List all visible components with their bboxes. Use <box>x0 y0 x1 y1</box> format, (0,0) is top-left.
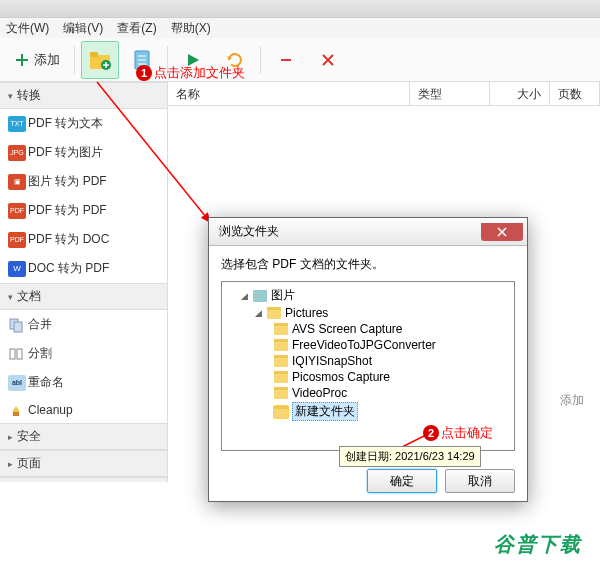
folder-add-icon <box>88 49 112 71</box>
tree-item[interactable]: IQIYISnapShot <box>226 353 510 369</box>
folder-icon <box>274 355 288 367</box>
pictures-lib-icon <box>253 290 267 302</box>
tree-item[interactable]: Picosmos Capture <box>226 369 510 385</box>
sidebar-item-merge[interactable]: 合并 <box>0 310 167 339</box>
minus-icon <box>278 52 294 68</box>
x-icon <box>320 52 336 68</box>
sidebar-item-split[interactable]: 分割 <box>0 339 167 368</box>
col-name[interactable]: 名称 <box>168 82 410 105</box>
col-type[interactable]: 类型 <box>410 82 490 105</box>
svg-rect-12 <box>10 349 15 359</box>
tree-item[interactable]: FreeVideoToJPGConverter <box>226 337 510 353</box>
folder-icon <box>274 323 288 335</box>
watermark: 谷普下载 <box>494 531 582 558</box>
sidebar-item-pdf-image[interactable]: JPGPDF 转为图片 <box>0 138 167 167</box>
dialog-close-button[interactable] <box>481 223 523 241</box>
plus-icon <box>14 52 30 68</box>
dialog-instruction: 选择包含 PDF 文档的文件夹。 <box>221 256 515 273</box>
sidebar: ▾转换 TXTPDF 转为文本 JPGPDF 转为图片 ▣图片 转为 PDF P… <box>0 82 168 482</box>
menu-help[interactable]: 帮助(X) <box>171 20 211 37</box>
column-headers: 名称 类型 大小 页数 <box>168 82 600 106</box>
close-icon <box>497 227 507 237</box>
folder-icon <box>274 339 288 351</box>
sidebar-item-pdf-doc[interactable]: PDFPDF 转为 DOC <box>0 225 167 254</box>
svg-rect-13 <box>17 349 22 359</box>
section-convert[interactable]: ▾转换 <box>0 82 167 109</box>
section-extract[interactable]: ▸提取 <box>0 477 167 482</box>
folder-icon <box>274 387 288 399</box>
cancel-button[interactable]: 取消 <box>445 469 515 493</box>
section-security[interactable]: ▸安全 <box>0 423 167 450</box>
svg-rect-11 <box>14 322 22 332</box>
col-pages[interactable]: 页数 <box>550 82 600 105</box>
add-button[interactable]: 添加 <box>6 41 68 79</box>
folder-icon <box>274 406 288 418</box>
tree-item-selected[interactable]: 新建文件夹 <box>226 401 510 422</box>
annotation-step1: 1点击添加文件夹 <box>136 64 245 82</box>
annotation-step2: 2点击确定 <box>423 424 493 442</box>
sidebar-item-pdf-pdf[interactable]: PDFPDF 转为 PDF <box>0 196 167 225</box>
window-titlebar <box>0 0 600 18</box>
folder-icon <box>274 371 288 383</box>
add-folder-button[interactable] <box>81 41 119 79</box>
col-size[interactable]: 大小 <box>490 82 550 105</box>
folder-icon <box>267 307 281 319</box>
separator <box>260 46 261 74</box>
svg-rect-1 <box>90 52 98 57</box>
toolbar: 添加 <box>0 38 600 82</box>
ok-button[interactable]: 确定 <box>367 469 437 493</box>
tree-item[interactable]: VideoProc <box>226 385 510 401</box>
step1-badge: 1 <box>136 65 152 81</box>
add-button-label: 添加 <box>34 51 60 69</box>
tree-item[interactable]: AVS Screen Capture <box>226 321 510 337</box>
menu-view[interactable]: 查看(Z) <box>117 20 156 37</box>
sidebar-item-image-pdf[interactable]: ▣图片 转为 PDF <box>0 167 167 196</box>
svg-rect-14 <box>13 412 19 416</box>
menu-file[interactable]: 文件(W) <box>6 20 49 37</box>
clear-button[interactable] <box>309 41 347 79</box>
dialog-titlebar[interactable]: 浏览文件夹 <box>209 218 527 246</box>
separator <box>74 46 75 74</box>
tooltip: 创建日期: 2021/6/23 14:29 <box>339 446 481 467</box>
dialog-title-text: 浏览文件夹 <box>219 223 279 240</box>
section-page[interactable]: ▸页面 <box>0 450 167 477</box>
sidebar-item-doc-pdf[interactable]: WDOC 转为 PDF <box>0 254 167 283</box>
tree-root[interactable]: ◢图片 <box>226 286 510 305</box>
sidebar-item-rename[interactable]: abI重命名 <box>0 368 167 397</box>
tree-pictures[interactable]: ◢Pictures <box>226 305 510 321</box>
menu-bar: 文件(W) 编辑(V) 查看(Z) 帮助(X) <box>0 18 600 38</box>
step2-badge: 2 <box>423 425 439 441</box>
add-hint: 添加 <box>560 392 584 409</box>
sidebar-item-pdf-text[interactable]: TXTPDF 转为文本 <box>0 109 167 138</box>
section-document[interactable]: ▾文档 <box>0 283 167 310</box>
sidebar-item-cleanup[interactable]: Cleanup <box>0 397 167 423</box>
remove-button[interactable] <box>267 41 305 79</box>
menu-edit[interactable]: 编辑(V) <box>63 20 103 37</box>
